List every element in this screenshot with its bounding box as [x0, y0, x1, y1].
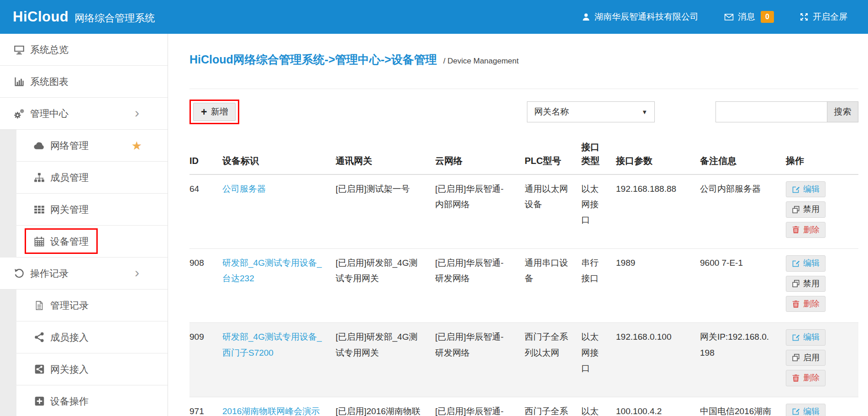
table-cell: 100.100.4.2: [616, 397, 700, 416]
action-label: 删除: [803, 373, 820, 383]
action-label: 编辑: [803, 258, 820, 269]
table-row: 909研发部_4G测试专用设备_西门子S7200[已启用]研发部_4G测试专用网…: [189, 323, 858, 397]
table-cell: 以太网接口: [581, 397, 616, 416]
caret-down-icon: ▼: [642, 109, 647, 116]
edit-button[interactable]: 编辑: [786, 329, 826, 345]
sidebar-item-成员接入[interactable]: 成员接入: [0, 321, 168, 353]
device-link[interactable]: 研发部_4G测试专用设备_台达232: [222, 258, 321, 283]
table-cell: 909: [189, 323, 222, 397]
sidebar-item-成员管理[interactable]: 成员管理: [0, 162, 168, 194]
fullscreen-toggle[interactable]: 开启全屏: [800, 11, 847, 23]
submenu-indent: [0, 321, 16, 353]
filter-select[interactable]: 网关名称 ▼: [527, 101, 655, 122]
delete-button[interactable]: 删除: [786, 370, 826, 386]
toolbar: + 新增 网关名称 ▼ 搜索: [189, 100, 858, 124]
calendar-icon: [33, 236, 46, 247]
table-cell: 西门子全系列以太网: [525, 397, 581, 416]
table-cell: 公司内部服务器: [700, 174, 786, 249]
company-name: 湖南华辰智通科技有限公司: [594, 11, 699, 23]
column-header-接口参数: 接口参数: [616, 134, 700, 174]
add-button[interactable]: + 新增: [193, 103, 236, 121]
sidebar-item-网关管理[interactable]: 网关管理: [0, 194, 168, 226]
history-icon: [13, 268, 26, 279]
device-cell: 研发部_4G测试专用设备_台达232: [222, 249, 336, 323]
sidebar-item-label: 管理中心: [30, 107, 68, 120]
share-square-icon: [33, 364, 46, 374]
sidebar-item-网络管理[interactable]: 网络管理★: [0, 130, 168, 162]
company-menu[interactable]: 湖南华辰智通科技有限公司: [582, 11, 699, 23]
plus-square-icon: [33, 396, 46, 406]
document-icon: [33, 300, 46, 311]
table-cell: 971: [189, 397, 222, 416]
edit-button[interactable]: 编辑: [786, 404, 826, 416]
device-cell: 2016湖南物联网峰会演示箱: [222, 397, 336, 416]
sidebar-item-label: 系统总览: [30, 43, 68, 56]
toggle-button[interactable]: 启用: [786, 350, 826, 366]
cloud-icon: [33, 140, 46, 151]
edit-icon: [792, 333, 800, 342]
submenu-indent: [0, 353, 16, 385]
edit-icon: [792, 407, 800, 416]
device-cell: 研发部_4G测试专用设备_西门子S7200: [222, 323, 336, 397]
app-logo[interactable]: HiCloud 网络综合管理系统: [0, 9, 155, 25]
share-icon: [33, 332, 46, 342]
chevron-right-icon: ›: [135, 105, 139, 119]
fullscreen-icon: [800, 12, 809, 21]
column-header-ID: ID: [189, 134, 222, 174]
table-cell: [已启用]华辰智通-研发网络: [435, 323, 525, 397]
delete-button[interactable]: 删除: [786, 296, 826, 312]
column-header-通讯网关: 通讯网关: [336, 134, 435, 174]
toggle-button[interactable]: 禁用: [786, 201, 826, 217]
submenu-indent: [0, 194, 16, 226]
logo-text: HiCloud: [13, 9, 68, 25]
table-cell: 9600 7-E-1: [700, 249, 786, 323]
device-link[interactable]: 研发部_4G测试专用设备_西门子S7200: [222, 332, 321, 357]
sidebar-item-操作记录[interactable]: 操作记录›: [0, 258, 168, 290]
table-cell: 以太网接口: [581, 174, 616, 249]
device-link[interactable]: 公司服务器: [222, 184, 266, 194]
sidebar-item-系统图表[interactable]: 系统图表: [0, 66, 168, 98]
sidebar-item-label: 设备管理: [50, 235, 89, 248]
action-label: 启用: [803, 353, 820, 363]
sidebar-nav: 系统总览系统图表管理中心›网络管理★成员管理网关管理设备管理操作记录›管理记录成…: [0, 34, 168, 416]
plus-icon: +: [201, 107, 207, 117]
table-cell: 西门子全系列以太网: [525, 323, 581, 397]
table-cell: 192.168.188.88: [616, 174, 700, 249]
submenu-indent: [0, 130, 16, 162]
table-cell: 192.168.0.100: [616, 323, 700, 397]
sidebar-item-label: 网关接入: [50, 363, 89, 376]
add-button-label: 新增: [210, 106, 228, 118]
submenu-indent: [0, 385, 16, 416]
toggle-icon: [792, 205, 800, 214]
column-header-接口类型: 接口类型: [581, 134, 616, 174]
actions-cell: 编辑禁用删除: [786, 249, 858, 323]
device-link[interactable]: 2016湖南物联网峰会演示箱: [222, 406, 320, 416]
filter-select-value: 网关名称: [534, 106, 569, 118]
table-cell: 中国电信2016湖南物联网峰会: [700, 397, 786, 416]
sidebar-item-管理记录[interactable]: 管理记录: [0, 290, 168, 321]
toggle-button[interactable]: 禁用: [786, 276, 826, 292]
device-cell: 公司服务器: [222, 174, 336, 249]
action-label: 编辑: [803, 184, 820, 195]
table-cell: 908: [189, 249, 222, 323]
search-button[interactable]: 搜索: [827, 101, 858, 122]
sidebar-item-系统总览[interactable]: 系统总览: [0, 34, 168, 66]
table-cell: 64: [189, 174, 222, 249]
sidebar-item-设备操作[interactable]: 设备操作: [0, 385, 168, 416]
search-input[interactable]: [715, 101, 827, 122]
sidebar-item-管理中心[interactable]: 管理中心›: [0, 98, 168, 130]
submenu-indent: [0, 290, 16, 321]
table-row: 64公司服务器[已启用]测试架一号[已启用]华辰智通-内部网络通用以太网设备以太…: [189, 174, 858, 249]
edit-button[interactable]: 编辑: [786, 181, 826, 197]
table-cell: [已启用]研发部_4G测试专用网关: [336, 249, 435, 323]
action-label: 禁用: [803, 279, 820, 289]
sidebar-item-网关接入[interactable]: 网关接入: [0, 353, 168, 385]
edit-button[interactable]: 编辑: [786, 255, 826, 271]
table-cell: 串行接口: [581, 249, 616, 323]
delete-button[interactable]: 删除: [786, 222, 826, 238]
header-right-group: 湖南华辰智通科技有限公司 消息 0 开启全屏: [582, 11, 868, 23]
messages-menu[interactable]: 消息 0: [724, 11, 774, 23]
sidebar-item-label: 系统图表: [30, 75, 68, 88]
table-cell: [已启用]测试架一号: [336, 174, 435, 249]
sidebar-item-设备管理[interactable]: 设备管理: [0, 226, 168, 258]
